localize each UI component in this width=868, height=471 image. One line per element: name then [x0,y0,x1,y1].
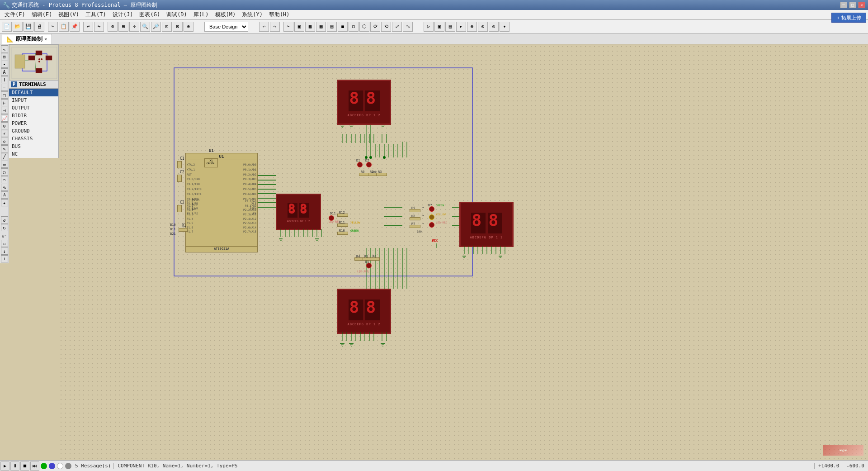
paste-button[interactable]: 📌 [70,22,80,32]
label-tool[interactable]: A [1,68,8,76]
tb11[interactable]: ⬡ [359,22,369,32]
zoom-in-button[interactable]: 🔍 [140,22,150,32]
probe-tool[interactable]: ◇ [1,138,8,145]
close-button[interactable]: ✕ [858,2,865,8]
open-button[interactable]: 📂 [13,22,23,32]
subcircuit-tool[interactable]: □ [1,91,8,99]
tb9[interactable]: ◼ [338,22,348,32]
terminal-output[interactable]: OUTPUT [9,104,58,112]
redo2-button[interactable]: ↷ [270,22,280,32]
redo-button[interactable]: ↪ [94,22,104,32]
menu-system[interactable]: 系统(Y) [239,10,265,19]
tb21[interactable]: ⊗ [478,22,488,32]
menu-template[interactable]: 模板(M) [212,10,239,19]
graph-tool[interactable]: 📈 [1,114,8,122]
menu-tools[interactable]: 工具(T) [83,10,109,19]
undo2-button[interactable]: ↶ [259,22,269,32]
upload-icon: ⬆ [836,15,840,21]
tb10[interactable]: ◻ [349,22,359,32]
tb23[interactable]: ✦ [500,22,509,32]
tape-tool[interactable]: ⊙ [1,122,8,129]
wire-button[interactable]: ✂ [283,22,293,32]
copy-button[interactable]: 📋 [59,22,69,32]
rotate-right-tool[interactable]: ↻ [1,224,8,231]
maximize-button[interactable]: □ [849,2,856,8]
plus-tool[interactable]: + [1,255,8,262]
select-tool[interactable]: ↖ [1,45,8,52]
terminal-default[interactable]: DEFAULT [9,89,58,96]
canvas-area[interactable]: U1 XTAL2XTAL1RST P3.0/RXDP3.1/TXDP3.2/IN… [59,44,868,460]
menu-view[interactable]: 视图(V) [56,10,82,19]
schematic-tab[interactable]: 📐 原理图绘制 × [2,34,52,44]
menu-library[interactable]: 库(L) [191,10,212,19]
pin-tool[interactable]: ⊣ [1,107,8,114]
tb5[interactable]: ▣ [294,22,304,32]
tb19[interactable]: ▸ [456,22,466,32]
2d-path-tool[interactable]: ∿ [1,184,8,191]
zoom-area-button[interactable]: ⊛ [184,22,193,32]
pause-button[interactable]: ⏸ [10,461,19,471]
tb22[interactable]: ⊘ [489,22,499,32]
terminal-tool[interactable]: ⊢ [1,99,8,106]
2d-box-tool[interactable]: ▭ [1,161,8,168]
cut-button[interactable]: ✂ [48,22,58,32]
tb20[interactable]: ⊕ [467,22,477,32]
menu-design[interactable]: 设计(J) [110,10,136,19]
menu-help[interactable]: 帮助(H) [266,10,292,19]
titlebar-controls[interactable]: ─ □ ✕ [840,2,865,8]
mirror-v-tool[interactable]: ↕ [1,247,8,255]
tb7[interactable]: ▦ [316,22,326,32]
terminal-nc[interactable]: NC [9,150,58,158]
mirror-h-tool[interactable]: ↔ [1,240,8,247]
schematic[interactable]: U1 XTAL2XTAL1RST P3.0/RXDP3.1/TXDP3.2/IN… [59,44,868,460]
generator-tool[interactable]: ⚡ [1,130,8,137]
2d-line-tool[interactable]: ╱ [1,153,8,160]
design-dropdown[interactable]: Base Design [204,22,248,32]
stop-button[interactable]: ⏹ [20,461,29,471]
grid-button[interactable]: ⊞ [118,22,128,32]
2d-arc-tool[interactable]: ⌒ [1,176,8,183]
terminal-input[interactable]: INPUT [9,96,58,104]
minimize-button[interactable]: ─ [840,2,847,8]
terminal-bidir[interactable]: BIDIR [9,112,58,119]
undo-button[interactable]: ↩ [83,22,93,32]
tb18[interactable]: ▤ [445,22,455,32]
new-button[interactable]: 📄 [2,22,12,32]
cross-button[interactable]: ✛ [129,22,139,32]
tb17[interactable]: ▣ [434,22,444,32]
terminal-chassis[interactable]: CHASSIS [9,135,58,143]
bus-tool[interactable]: = [1,84,8,91]
terminal-power[interactable]: POWER [9,119,58,127]
junction-tool[interactable]: • [1,61,8,68]
tb8[interactable]: ▤ [327,22,337,32]
tb13[interactable]: ⟲ [381,22,391,32]
tb15[interactable]: ⤡ [403,22,413,32]
play-button[interactable]: ▶ [0,461,9,471]
zoom-all-button[interactable]: ⊠ [173,22,183,32]
2d-text-tool[interactable]: Ａ [1,191,8,199]
component-tool[interactable]: ⊞ [1,53,8,60]
2d-circle-tool[interactable]: ○ [1,168,8,176]
symbol-tool[interactable]: ✦ [1,199,8,206]
tb16[interactable]: ▷ [424,22,434,32]
tab-close-button[interactable]: × [44,37,47,42]
menu-debug[interactable]: 调试(D) [164,10,190,19]
terminal-bus[interactable]: BUS [9,143,58,150]
terminal-ground[interactable]: GROUND [9,127,58,135]
menu-edit[interactable]: 编辑(E) [29,10,55,19]
print-button[interactable]: 🖨 [34,22,44,32]
text-tool[interactable]: T [1,76,8,83]
zoom-fit-button[interactable]: ⊡ [162,22,172,32]
tb12[interactable]: ⟳ [370,22,380,32]
tb6[interactable]: ▩ [305,22,315,32]
component-button[interactable]: ⚙ [108,22,118,32]
upload-button[interactable]: ⬆ 拓展上传 [831,13,866,23]
step-button[interactable]: ⏭ [30,461,39,471]
menu-file[interactable]: 文件(F) [2,10,28,19]
wire-tool[interactable]: ✎ [1,145,8,152]
tb14[interactable]: ⤢ [392,22,402,32]
save-button[interactable]: 💾 [24,22,33,32]
menu-graph[interactable]: 图表(G) [137,10,163,19]
zoom-out-button[interactable]: 🔎 [151,22,161,32]
rotate-left-tool[interactable]: ↺ [1,216,8,224]
